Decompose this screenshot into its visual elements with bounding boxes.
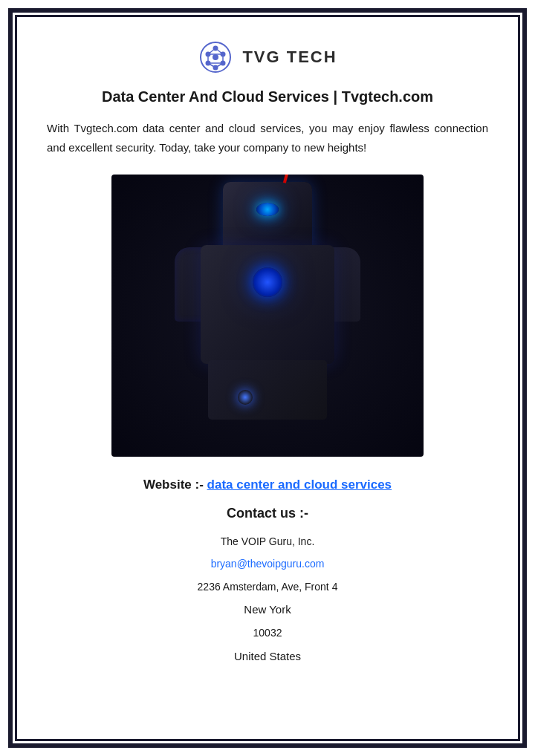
tvg-logo-icon: [198, 39, 233, 75]
contact-address: 2236 Amsterdam, Ave, Front 4: [198, 579, 338, 595]
page-wrapper: TVG TECH Data Center And Cloud Services …: [15, 15, 520, 741]
contact-company: The VOIP Guru, Inc.: [221, 533, 315, 550]
svg-line-8: [215, 48, 223, 54]
robot-image: [111, 175, 424, 457]
page-description: With Tvgtech.com data center and cloud s…: [47, 119, 488, 157]
website-label-prefix: Website :-: [143, 478, 204, 492]
contact-country: United States: [234, 648, 301, 665]
contact-city: New York: [244, 601, 291, 619]
svg-point-15: [213, 54, 218, 60]
contact-details: The VOIP Guru, Inc. bryan@thevoipguru.co…: [47, 533, 488, 665]
company-name: TVG TECH: [242, 48, 337, 67]
svg-line-7: [208, 48, 215, 54]
page-title: Data Center And Cloud Services | Tvgtech…: [102, 88, 433, 105]
website-link[interactable]: data center and cloud services: [207, 478, 392, 492]
header: TVG TECH: [198, 39, 337, 75]
contact-zip: 10032: [253, 625, 282, 641]
contact-title: Contact us :-: [227, 506, 308, 521]
contact-email[interactable]: bryan@thevoipguru.com: [211, 555, 325, 572]
website-line: Website :- data center and cloud service…: [143, 478, 392, 492]
